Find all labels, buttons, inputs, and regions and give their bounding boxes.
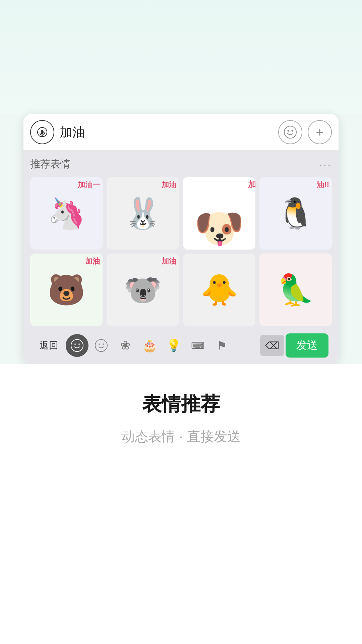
- sticker-section-title: 推荐表情: [30, 157, 70, 171]
- sticker-item-8[interactable]: 🦜: [259, 254, 332, 326]
- toolbar-cake-button[interactable]: 🎂: [138, 334, 161, 357]
- sticker-label-2: 加油: [162, 180, 176, 190]
- voice-icon: [37, 127, 48, 138]
- toolbar-flower-button[interactable]: ❀: [114, 334, 137, 357]
- emoji-panel: 推荐表情 ··· 加油一 🦄 加油 🐰 加油 🐶: [23, 151, 339, 364]
- sticker-more-button[interactable]: ···: [319, 159, 332, 170]
- smiley-icon: [284, 125, 297, 139]
- sticker-grid: 加油一 🦄 加油 🐰 加油 🐶 闪萌表情: [30, 177, 332, 326]
- emoji-smile-icon: [95, 339, 108, 352]
- svg-point-10: [95, 339, 107, 352]
- backspace-icon: ⌫: [265, 340, 279, 352]
- svg-point-5: [288, 130, 289, 132]
- feature-section: 表情推荐 动态表情·直接发送: [0, 364, 362, 644]
- subtitle-dot: ·: [179, 429, 183, 444]
- voice-button[interactable]: [30, 120, 54, 144]
- sticker-label-1: 加油一: [78, 180, 100, 190]
- cake-icon: 🎂: [142, 338, 157, 353]
- svg-point-6: [292, 130, 293, 132]
- sticker-item-1[interactable]: 加油一 🦄: [30, 177, 103, 250]
- svg-point-1: [41, 130, 44, 135]
- sticker-section-header: 推荐表情 ···: [30, 157, 332, 171]
- sticker-label-4: 油!!: [317, 180, 329, 190]
- back-button[interactable]: 返回: [34, 335, 64, 356]
- flag-icon: ⚑: [217, 339, 227, 352]
- sticker-face-icon: [70, 339, 84, 352]
- toolbar-face-button[interactable]: [66, 334, 88, 357]
- bulb-icon: 💡: [166, 338, 181, 353]
- sticker-label-6: 加油: [162, 256, 176, 266]
- toolbar-symbols-button[interactable]: ⌨︎: [186, 334, 209, 357]
- sticker-label-5: 加油: [85, 256, 100, 266]
- svg-point-8: [74, 343, 76, 345]
- send-button[interactable]: 发送: [286, 333, 328, 358]
- toolbar-emoji-button[interactable]: [90, 334, 113, 357]
- subtitle-part1: 动态表情: [121, 429, 175, 444]
- symbols-icon: ⌨︎: [191, 340, 204, 351]
- popup-sticker-image: 🐶: [183, 191, 255, 250]
- flower-icon: ❀: [120, 338, 130, 353]
- sticker-item-2[interactable]: 加油 🐰: [107, 177, 179, 250]
- svg-point-4: [284, 126, 296, 138]
- input-bar: 加油 +: [23, 114, 339, 151]
- svg-point-9: [78, 343, 80, 345]
- subtitle-part2: 直接发送: [187, 429, 241, 444]
- toolbar-flag-button[interactable]: ⚑: [210, 334, 233, 357]
- add-button[interactable]: +: [308, 120, 332, 144]
- chat-area: [0, 0, 362, 114]
- sticker-item-5[interactable]: 加油 🐻: [30, 254, 103, 326]
- feature-title: 表情推荐: [142, 391, 220, 417]
- emoji-button[interactable]: [278, 120, 302, 144]
- sticker-item-6[interactable]: 加油 🐨: [107, 254, 179, 326]
- svg-point-7: [71, 339, 83, 352]
- svg-point-12: [103, 343, 104, 345]
- feature-subtitle: 动态表情·直接发送: [121, 427, 240, 446]
- text-input-display[interactable]: 加油: [60, 121, 273, 144]
- sticker-item-7[interactable]: 🐥: [183, 254, 255, 326]
- sticker-item-4[interactable]: 油!! 🐧: [259, 177, 332, 250]
- emoji-toolbar: 返回 ❀ 🎂: [30, 330, 332, 364]
- delete-button[interactable]: ⌫: [260, 335, 284, 356]
- sticker-item-3[interactable]: 加油 🐶 闪萌表情: [183, 177, 255, 250]
- svg-point-11: [99, 343, 100, 345]
- keyboard-container: 加油 + 推荐表情 ··· 加油一 🦄: [23, 114, 339, 364]
- plus-icon: +: [316, 125, 323, 140]
- popup-label-text: 加油: [248, 179, 255, 190]
- sticker-popup: 加油 🐶 闪萌表情: [183, 177, 255, 250]
- toolbar-bulb-button[interactable]: 💡: [162, 334, 185, 357]
